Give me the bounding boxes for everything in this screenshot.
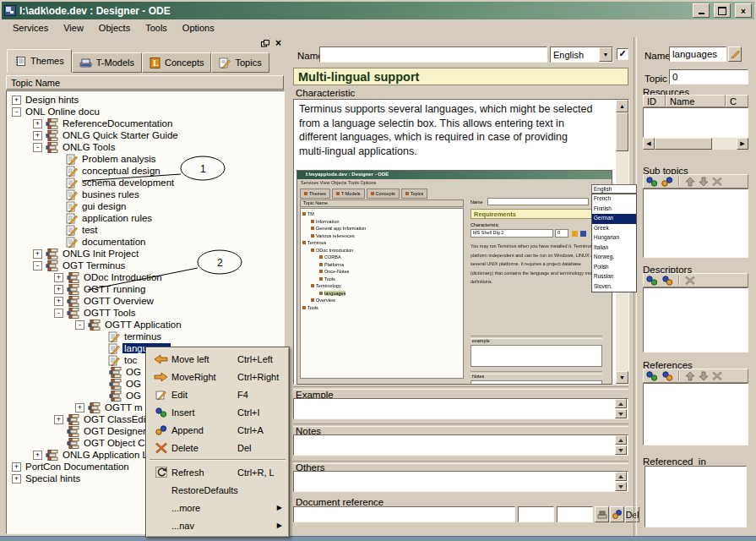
document-open-button[interactable] [595, 506, 609, 522]
tree-item[interactable]: schema development [7, 177, 284, 189]
scroll-down-icon[interactable]: ▼ [616, 371, 628, 384]
tree-item[interactable]: + OGTT running [7, 283, 284, 295]
topic-name-input[interactable]: languages [669, 46, 726, 62]
topic-id-input[interactable]: 0 [669, 69, 748, 85]
menu-item[interactable]: Services [5, 21, 56, 35]
move-down-icon[interactable] [699, 177, 709, 187]
menu-item-refresh[interactable]: Refresh Ctrl+R, L [148, 463, 287, 481]
menu-item[interactable]: Tools [138, 21, 175, 35]
tree-expander-icon[interactable]: + [33, 119, 42, 128]
append-icon[interactable] [661, 177, 673, 187]
tree-item[interactable]: - OGTT Application [7, 319, 284, 331]
menu-item[interactable]: View [56, 21, 91, 35]
tree-expander-icon[interactable]: + [33, 451, 42, 460]
resources-col-name[interactable]: Name [666, 95, 726, 107]
tree-item[interactable]: test [7, 224, 284, 236]
name-input[interactable] [319, 46, 547, 63]
referenced-in-list[interactable] [645, 466, 747, 527]
link-topic-icon[interactable] [661, 276, 673, 286]
example-spin-up[interactable] [615, 399, 627, 408]
tree-expander-icon[interactable]: - [75, 320, 84, 330]
tree-item[interactable]: + ONLG Quick Starter Guide [7, 129, 284, 141]
tree-item[interactable]: - ONLG Tools [7, 141, 284, 153]
insert-icon[interactable] [646, 276, 658, 286]
remove-icon[interactable] [685, 276, 695, 285]
tree-expander-icon[interactable]: + [54, 415, 63, 424]
tree-item[interactable]: - ONL Online docu [7, 106, 284, 117]
tree-item[interactable]: busines rules [7, 189, 284, 200]
resources-table-body[interactable] [643, 107, 748, 138]
menu-item-move-right[interactable]: MoveRight Ctrl+Right [148, 368, 287, 385]
tree-item[interactable]: documentation [7, 236, 284, 248]
scroll-up-icon[interactable]: ▲ [616, 100, 628, 112]
others-spin-up[interactable] [615, 472, 627, 481]
tree-expander-icon[interactable]: + [12, 474, 21, 484]
remove-icon[interactable] [712, 371, 722, 380]
tree-item[interactable]: + ONLG Init Project [7, 248, 284, 260]
tree-expander-icon[interactable]: + [75, 403, 84, 413]
tree-expander-icon[interactable]: + [33, 249, 42, 259]
notes-spin-up[interactable] [615, 435, 627, 445]
menu-item-more[interactable]: ...more ▶ [148, 499, 287, 516]
tree-expander-icon[interactable]: + [33, 131, 42, 140]
move-down-icon[interactable] [699, 371, 709, 381]
descriptors-list[interactable] [643, 287, 748, 352]
insert-icon[interactable] [646, 177, 658, 187]
document-link-button[interactable] [610, 506, 624, 522]
resources-col-id[interactable]: ID [643, 95, 666, 107]
menu-item-insert[interactable]: Insert Ctrl+I [148, 403, 287, 421]
tree-item[interactable]: application rules [7, 212, 284, 224]
tree-item[interactable]: conceptual design [7, 165, 284, 177]
document-reference-field-2[interactable] [518, 506, 554, 522]
tree-expander-icon[interactable]: + [54, 273, 63, 282]
language-checkbox[interactable]: ✓ [617, 48, 628, 60]
move-up-icon[interactable] [685, 371, 695, 381]
notes-spin-down[interactable] [615, 445, 627, 455]
menu-item[interactable]: Objects [91, 21, 138, 35]
minimize-button[interactable] [693, 3, 710, 18]
tree-expander-icon[interactable]: - [33, 261, 42, 270]
close-button[interactable]: × [735, 3, 752, 18]
others-spin-down[interactable] [615, 482, 627, 491]
tree-column-header[interactable]: Topic Name [6, 75, 284, 90]
menu-item-edit[interactable]: Edit F4 [148, 385, 287, 403]
tree-expander-icon[interactable]: - [33, 143, 42, 152]
menu-item-nav[interactable]: ...nav ▶ [148, 516, 287, 534]
chevron-down-icon[interactable]: ▼ [599, 47, 612, 62]
menu-item-append[interactable]: Append Ctrl+A [148, 421, 287, 439]
tree-expander-icon[interactable]: + [54, 297, 63, 306]
tree-expander-icon[interactable]: + [12, 96, 21, 105]
menu-item-delete[interactable]: Delete Del [148, 439, 287, 456]
scroll-left-icon[interactable]: ◀ [643, 138, 655, 150]
tree-item[interactable]: terminus [7, 331, 284, 342]
tab-concepts[interactable]: L Concepts [142, 52, 211, 73]
scrollbar-thumb[interactable] [616, 112, 628, 151]
tree-item[interactable]: - OGT Terminus [7, 260, 284, 271]
menu-item-restore-defaults[interactable]: RestoreDefaults [148, 481, 287, 499]
tree-item[interactable]: + ReferenceDocumentation [7, 117, 284, 129]
scroll-right-icon[interactable]: ▶ [737, 138, 748, 150]
tree-item[interactable]: + ODoc Introduction [7, 271, 284, 283]
resources-hscrollbar[interactable]: ◀ ▶ [643, 138, 748, 150]
tree-item[interactable]: Problem analysis [7, 153, 284, 165]
float-panel-icon[interactable] [261, 40, 269, 47]
maximize-button[interactable] [714, 3, 731, 18]
tree-expander-icon[interactable]: - [12, 107, 21, 117]
tree-expander-icon[interactable]: + [54, 285, 63, 294]
example-spin-down[interactable] [615, 409, 627, 418]
insert-icon[interactable] [646, 371, 658, 381]
link-topic-icon[interactable] [661, 371, 673, 381]
tab-themes[interactable]: Themes [7, 49, 72, 73]
language-select[interactable]: English ▼ [550, 46, 613, 63]
tab-t-models[interactable]: T-Models [72, 52, 142, 73]
tree-item[interactable]: + Design hints [7, 94, 284, 106]
hscrollbar-thumb[interactable] [655, 138, 712, 150]
close-panel-icon[interactable]: × [275, 39, 281, 47]
resources-col-c[interactable]: C [726, 95, 748, 107]
tree-item[interactable]: + OGTT Overview [7, 295, 284, 307]
tree-item[interactable]: - OGTT Tools [7, 307, 284, 319]
tree-item[interactable]: gui design [7, 200, 284, 212]
menu-item[interactable]: Options [175, 21, 222, 35]
move-up-icon[interactable] [685, 177, 695, 187]
notes-input[interactable] [293, 434, 628, 456]
